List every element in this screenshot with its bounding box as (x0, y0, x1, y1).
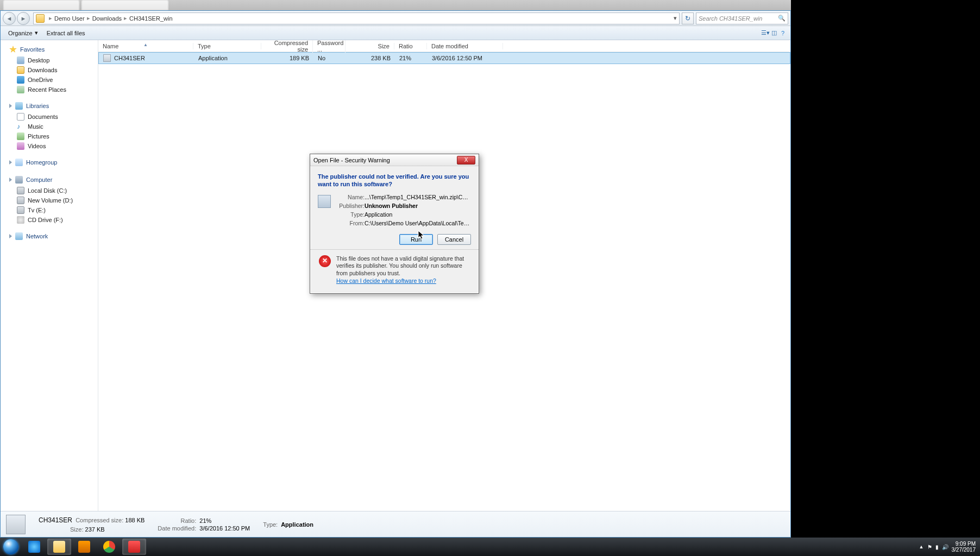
volume-icon[interactable]: 🔊 (942, 544, 948, 550)
sidebar-item-videos[interactable]: Videos (1, 141, 98, 151)
computer-group[interactable]: Computer (1, 174, 98, 186)
file-row[interactable]: CH341SER Application 189 KB No 238 KB 21… (98, 52, 790, 64)
taskbar-mediaplayer[interactable] (72, 539, 96, 555)
expand-icon (9, 104, 12, 108)
dialog-file-name: ...\Temp\Temp1_CH341SER_win.zip\CH341SER… (365, 194, 471, 200)
taskbar-ie[interactable] (22, 539, 46, 555)
refresh-button[interactable]: ↻ (682, 12, 694, 24)
taskbar-app[interactable] (122, 539, 146, 555)
address-bar: ◄ ► ▸ Demo User ▸ Downloads ▸ CH341SER_w… (1, 11, 790, 26)
dialog-titlebar[interactable]: Open File - Security Warning X (310, 154, 479, 166)
pictures-icon (17, 132, 24, 140)
videos-icon (17, 142, 24, 150)
search-input[interactable]: Search CH341SER_win 🔍 (696, 12, 788, 24)
homegroup-group[interactable]: Homegroup (1, 156, 98, 168)
search-icon[interactable]: 🔍 (778, 15, 786, 22)
sidebar-item-music[interactable]: ♪Music (1, 122, 98, 131)
column-name[interactable]: Name▲ (98, 43, 193, 49)
documents-icon (17, 113, 24, 121)
sidebar-item-desktop[interactable]: Desktop (1, 55, 98, 65)
extract-all-button[interactable]: Extract all files (42, 28, 90, 38)
sidebar-item-downloads[interactable]: Downloads (1, 65, 98, 75)
onedrive-icon (17, 76, 24, 84)
cd-icon (17, 216, 24, 224)
computer-icon (15, 176, 23, 184)
chevron-right-icon[interactable]: ▸ (47, 15, 54, 22)
music-icon: ♪ (17, 123, 24, 130)
browser-tab[interactable] (81, 0, 168, 10)
star-icon (9, 46, 17, 53)
homegroup-icon (15, 159, 23, 166)
sidebar-item-tv[interactable]: Tv (E:) (1, 205, 98, 215)
file-name: CH341SER (114, 55, 145, 61)
breadcrumb-segment[interactable]: Demo User (54, 15, 85, 22)
sidebar-item-pictures[interactable]: Pictures (1, 131, 98, 141)
chevron-down-icon[interactable]: ▾ (674, 15, 677, 22)
folder-icon (53, 541, 65, 553)
dialog-question: The publisher could not be verified. Are… (318, 173, 471, 188)
dialog-from: C:\Users\Demo User\AppData\Local\Temp\Te… (365, 220, 471, 226)
column-password[interactable]: Password ... (313, 40, 345, 53)
application-icon (318, 195, 331, 208)
sidebar-item-onedrive[interactable]: OneDrive (1, 75, 98, 85)
network-group[interactable]: Network (1, 230, 98, 242)
forward-button[interactable]: ► (17, 12, 30, 25)
taskbar-explorer[interactable] (47, 539, 71, 555)
system-tray: ▲ ⚑ ▮ 🔊 9:09 PM 3/27/2017 (915, 541, 980, 553)
disk-icon (17, 187, 24, 194)
expand-icon (9, 178, 12, 182)
breadcrumb[interactable]: ▸ Demo User ▸ Downloads ▸ CH341SER_win ▾ (33, 12, 680, 24)
recent-icon (17, 86, 24, 93)
file-date: 3/6/2016 12:50 PM (428, 55, 504, 61)
sidebar-item-localdisk[interactable]: Local Disk (C:) (1, 186, 98, 195)
column-type[interactable]: Type (193, 43, 261, 49)
app-icon (128, 541, 140, 553)
libraries-group[interactable]: Libraries (1, 100, 98, 112)
flag-icon[interactable]: ⚑ (927, 544, 932, 550)
show-hidden-icons-button[interactable]: ▲ (919, 544, 924, 549)
help-button[interactable]: ? (778, 29, 787, 37)
taskbar: ▲ ⚑ ▮ 🔊 9:09 PM 3/27/2017 (0, 538, 980, 556)
warning-text: This file does not have a valid digital … (336, 255, 464, 276)
clock[interactable]: 9:09 PM 3/27/2017 (952, 541, 976, 553)
chevron-right-icon[interactable]: ▸ (85, 15, 92, 22)
expand-icon (9, 234, 12, 238)
close-button[interactable]: X (457, 156, 475, 165)
application-icon (103, 54, 111, 62)
disk-icon (17, 206, 24, 214)
folder-icon (36, 14, 45, 23)
chrome-icon (103, 541, 115, 553)
column-date-modified[interactable]: Date modified (427, 43, 503, 49)
back-button[interactable]: ◄ (3, 12, 16, 25)
network-icon[interactable]: ▮ (935, 544, 939, 550)
chevron-right-icon[interactable]: ▸ (122, 15, 129, 22)
preview-pane-button[interactable]: ◫ (770, 29, 778, 37)
column-ratio[interactable]: Ratio (394, 43, 427, 49)
file-size: 238 KB (346, 55, 395, 61)
breadcrumb-segment[interactable]: CH341SER_win (129, 15, 172, 22)
cancel-button[interactable]: Cancel (437, 234, 471, 245)
taskbar-chrome[interactable] (97, 539, 121, 555)
sidebar-item-recent[interactable]: Recent Places (1, 85, 98, 94)
run-button[interactable]: Run (399, 234, 433, 245)
file-compressed-size: 189 KB (262, 55, 313, 61)
column-headers: Name▲ Type Compressed size Password ... … (98, 40, 790, 52)
breadcrumb-segment[interactable]: Downloads (92, 15, 122, 22)
start-button[interactable] (0, 538, 22, 556)
chevron-down-icon: ▾ (35, 29, 38, 36)
sidebar-item-documents[interactable]: Documents (1, 112, 98, 122)
column-size[interactable]: Size (345, 43, 394, 49)
dialog-publisher: Unknown Publisher (365, 203, 471, 209)
organize-button[interactable]: Organize ▾ (4, 28, 42, 38)
sidebar-item-cddrive[interactable]: CD Drive (F:) (1, 215, 98, 225)
details-name: CH341SER (39, 516, 72, 524)
browser-tab[interactable] (3, 0, 79, 10)
security-warning-dialog: Open File - Security Warning X The publi… (310, 154, 479, 294)
sidebar-item-newvolume[interactable]: New Volume (D:) (1, 195, 98, 205)
help-link[interactable]: How can I decide what software to run? (336, 277, 436, 284)
favorites-group[interactable]: Favorites (1, 43, 98, 55)
library-icon (15, 102, 23, 110)
column-compressed-size[interactable]: Compressed size (261, 40, 313, 53)
view-options-button[interactable]: ☰▾ (761, 29, 770, 37)
navigation-pane: Favorites Desktop Downloads OneDrive Rec… (1, 40, 98, 511)
